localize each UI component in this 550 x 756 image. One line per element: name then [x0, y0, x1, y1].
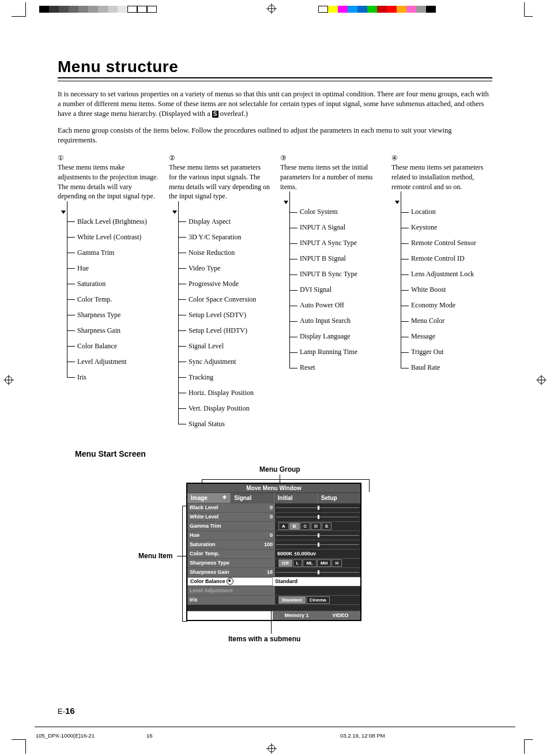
osd-row[interactable]: Saturation100 [187, 540, 360, 549]
menu-tree-item: Color Temp. [67, 292, 159, 307]
column-desc: These menu items set parameters for the … [169, 163, 270, 200]
menu-column: ③These menu items set the initial parame… [280, 153, 391, 432]
menu-tree-item: Hue [67, 261, 159, 276]
column-num: ② [169, 154, 175, 162]
osd-row-value[interactable]: 6000K ±0.000uv [275, 550, 360, 558]
osd-row-value[interactable]: Standard [273, 577, 360, 586]
menu-tree-item: INPUT B Signal [289, 251, 381, 266]
osd-row-label: Color Balance [187, 577, 273, 586]
menu-tree: Display Aspect3D Y/C SeparationNoise Red… [169, 214, 270, 432]
osd-row-value[interactable] [275, 531, 360, 540]
osd-title-bar: Move Menu Window [187, 484, 360, 493]
osd-row-label: Hue0 [187, 531, 275, 540]
osd-row-value[interactable] [275, 540, 360, 549]
osd-tab[interactable]: Image ✥ [187, 493, 231, 503]
menu-column: ②These menu items set parameters for the… [169, 153, 280, 432]
menu-tree-item: Iris [67, 370, 159, 385]
menu-tree-item: Sharpness Gain [67, 323, 159, 338]
osd-row-label: Iris [187, 596, 275, 604]
menu-tree-item: Sharpness Type [67, 307, 159, 323]
osd-tab[interactable]: Initial [274, 493, 318, 503]
osd-row-label: Sharpness Type [187, 559, 275, 567]
osd-row[interactable]: White Level0 [187, 512, 360, 521]
osd-row[interactable]: Gamma TrimABCDE [187, 521, 360, 531]
crop-mark [524, 739, 533, 754]
s-badge-icon: S [212, 111, 219, 118]
osd-row[interactable]: Sharpness TypeOffLMLMHH [187, 558, 360, 567]
column-num: ① [58, 154, 64, 162]
footer-date: 03.2.19, 12:08 PM [340, 732, 385, 739]
osd-row-value[interactable]: ABCDE [275, 522, 360, 531]
submenu-indicator-icon [227, 578, 233, 585]
menu-tree-item: 3D Y/C Separation [178, 230, 270, 245]
osd-row-label: Gamma Trim [187, 522, 275, 531]
menu-tree-item: Message [401, 329, 492, 344]
menu-tree-item: Lamp Running Time [289, 344, 381, 360]
osd-menu-window: Move Menu Window Image ✥SignalInitialSet… [186, 483, 361, 621]
intro-paragraph-2: Each menu group consists of the items be… [58, 126, 492, 145]
osd-row-value[interactable]: StandardCinema [275, 596, 360, 604]
osd-row-value[interactable] [275, 513, 360, 521]
menu-tree: Black Level (Brightness)White Level (Con… [58, 214, 159, 385]
menu-tree-item: Auto Power Off [289, 298, 381, 313]
osd-tab[interactable]: Signal [231, 493, 274, 503]
footer-rule [35, 727, 515, 727]
osd-foot-source: VIDEO [332, 611, 348, 620]
menu-tree-item: INPUT A Signal [289, 220, 381, 235]
menu-tree-item: Setup Level (SDTV) [178, 307, 270, 323]
column-desc: These menu items make adjustments to the… [58, 163, 158, 200]
menu-tree-item: Gamma Trim [67, 245, 159, 261]
registration-mark-right [536, 375, 547, 385]
menu-tree-item: Location [401, 204, 492, 220]
menu-tree-item: Sync Adjustment [178, 354, 270, 370]
osd-row-value[interactable] [275, 586, 360, 595]
column-desc: These menu items set the initial paramet… [280, 163, 372, 190]
menu-tree-item: Tracking [178, 370, 270, 385]
menu-tree-item: Economy Mode [401, 298, 492, 313]
print-colorbar-left [39, 6, 157, 13]
menu-columns: ①These menu items make adjustments to th… [58, 153, 492, 432]
menu-tree-item: Trigger Out [401, 344, 492, 360]
column-desc: These menu items set parameters related … [391, 163, 483, 190]
print-colorbar-right [318, 6, 436, 13]
menu-tree-item: Signal Status [178, 416, 270, 432]
crop-mark [12, 739, 26, 754]
osd-row-label: Black Level0 [187, 503, 275, 512]
page-title: Menu structure [58, 58, 492, 76]
footer-page: 16 [146, 732, 153, 739]
menu-tree: Color SystemINPUT A SignalINPUT A Sync T… [280, 204, 381, 375]
menu-tree: LocationKeystoneRemote Control SensorRem… [391, 204, 492, 375]
osd-row-value[interactable] [275, 568, 360, 577]
menu-tree-item: Auto Input Search [289, 313, 381, 329]
osd-tab[interactable]: Setup [318, 493, 360, 503]
osd-row[interactable]: Color Temp.6000K ±0.000uv [187, 549, 360, 558]
menu-tree-item: Keystone [401, 220, 492, 235]
label-menu-group: Menu Group [259, 465, 300, 473]
menu-tree-item: Setup Level (HDTV) [178, 323, 270, 338]
menu-tree-item: Reset [289, 360, 381, 375]
osd-row-label: Level Adjustment [187, 586, 275, 595]
osd-row-value[interactable] [275, 503, 360, 512]
osd-row[interactable]: Hue0 [187, 531, 360, 540]
osd-row-value[interactable]: OffLMLMHH [275, 559, 360, 567]
osd-row-label: Sharpness Gain16 [187, 568, 275, 577]
osd-row[interactable]: Color BalanceStandard [187, 577, 360, 586]
intro-paragraph-1: It is necessary to set various propertie… [58, 89, 492, 119]
label-menu-item: Menu Item [138, 552, 172, 560]
osd-row-label: White Level0 [187, 513, 275, 521]
menu-tree-item: Color System [289, 204, 381, 220]
osd-row[interactable]: Sharpness Gain16 [187, 567, 360, 577]
menu-tree-item: Lens Adjustment Lock [401, 266, 492, 282]
menu-tree-item: DVI Signal [289, 282, 381, 298]
crop-mark [12, 2, 26, 17]
menu-tree-item: Signal Level [178, 338, 270, 354]
osd-row[interactable]: IrisStandardCinema [187, 595, 360, 604]
menu-tree-item: Remote Control Sensor [401, 235, 492, 251]
osd-row-label: Color Temp. [187, 550, 275, 558]
osd-row[interactable]: Level Adjustment [187, 586, 360, 595]
footer-filename: 105_DPX-1000(E)16-21 [36, 732, 95, 739]
osd-row[interactable]: Black Level0 [187, 503, 360, 512]
osd-tab-bar: Image ✥SignalInitialSetup [187, 493, 360, 503]
menu-tree-item: Saturation [67, 276, 159, 292]
menu-tree-item: Black Level (Brightness) [67, 214, 159, 230]
